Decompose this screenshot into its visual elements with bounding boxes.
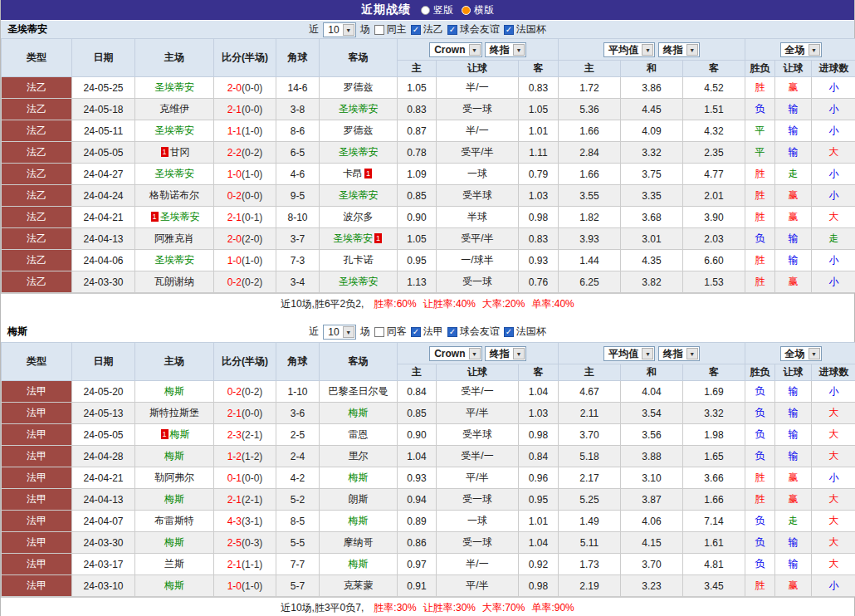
section-header: 梅斯 近 10▼ 场 同客 法甲 球会友谊 法国杯: [1, 320, 854, 342]
result-cell: 大: [812, 532, 855, 554]
odds-cell: 受半球: [437, 185, 519, 207]
match-row: 法甲24-04-28梅斯1-2(1-2)2-4里尔1.04受半/一0.845.1…: [2, 446, 855, 467]
corners-cell: 2-4: [276, 446, 320, 467]
final-odds-select[interactable]: 终指▼: [485, 42, 526, 57]
filter-checkbox-friendly[interactable]: 球会友谊: [447, 325, 500, 339]
avg-odds-cell: 4.09: [621, 120, 683, 142]
checkbox-icon[interactable]: [374, 25, 384, 35]
filter-checkbox-cup[interactable]: 法国杯: [504, 325, 546, 339]
red-card-icon: 1: [374, 233, 382, 243]
home-team-cell: 斯特拉斯堡: [135, 403, 214, 424]
home-team-cell: 圣埃蒂安: [135, 250, 214, 271]
result-cell: 平: [745, 120, 775, 142]
result-cell: 胜: [745, 489, 775, 511]
home-team-cell: 1甘冈: [135, 142, 214, 164]
view-radio-group: 竖版 横版: [421, 3, 494, 17]
league-cell: 法甲: [2, 467, 72, 489]
avg-odds-cell: 6.25: [559, 271, 621, 293]
avg-odds-cell: 3.68: [621, 207, 683, 228]
home-team-cell: 瓦朗谢纳: [135, 271, 214, 293]
avg-odds-cell: 4.81: [683, 554, 745, 575]
page-title: 近期战绩: [361, 2, 411, 17]
recent-count-select[interactable]: 10▼: [323, 325, 355, 340]
filter-checkbox-friendly[interactable]: 球会友谊: [447, 22, 500, 37]
result-cell: 输: [775, 142, 812, 164]
filter-checkbox-same-home[interactable]: 同主: [374, 22, 407, 37]
red-card-icon: 1: [161, 147, 169, 157]
checkbox-icon[interactable]: [504, 327, 514, 337]
team-label: 梅斯: [170, 428, 190, 440]
avg-odds-cell: 1.53: [683, 271, 745, 293]
radio-icon[interactable]: [421, 6, 430, 15]
team-label: 圣埃蒂安: [160, 211, 200, 222]
result-cell: 胜: [745, 77, 775, 99]
column-header-goals-result: 进球数: [812, 364, 855, 381]
avg-odds-cell: 1.65: [683, 446, 745, 467]
checkbox-icon[interactable]: [411, 25, 421, 35]
scope-select[interactable]: 全场▼: [780, 42, 822, 57]
final-odds-select[interactable]: 终指▼: [485, 346, 526, 361]
radio-horizontal-layout[interactable]: 横版: [462, 3, 494, 17]
avg-odds-cell: 4.15: [621, 532, 683, 554]
avg-odds-cell: 3.10: [621, 467, 683, 489]
checkbox-icon[interactable]: [374, 327, 384, 337]
odds-cell: 受半/一: [437, 446, 519, 467]
summary-record: 近10场,胜6平2负2,: [281, 298, 364, 310]
match-row: 法乙24-05-18克维伊2-1(0-0)3-8圣埃蒂安0.83受一球1.055…: [2, 99, 855, 120]
average-odds-select[interactable]: 平均值▼: [603, 42, 655, 57]
filter-checkbox-league[interactable]: 法甲: [411, 325, 443, 339]
team-label: 梅斯: [164, 493, 184, 505]
score-cell: 2-0(2-0): [214, 228, 276, 250]
final-odds-select[interactable]: 终指▼: [658, 346, 700, 361]
score-cell: 2-2(0-2): [214, 142, 276, 164]
checkbox-icon[interactable]: [504, 25, 514, 35]
section-header: 圣埃蒂安 近 10▼ 场 同主 法乙 球会友谊 法国杯: [1, 20, 854, 38]
win-rate: 胜率:60%: [374, 298, 416, 310]
column-header-result: 胜负: [745, 364, 775, 381]
odds-cell: 受平/半: [437, 228, 519, 250]
filter-checkbox-same-away[interactable]: 同客: [374, 325, 407, 339]
dropdown-arrow-icon: ▼: [809, 44, 820, 56]
odds-cell: 0.85: [398, 185, 437, 207]
result-cell: 输: [775, 424, 812, 446]
recent-count-select[interactable]: 10▼: [323, 22, 355, 37]
date-cell: 24-05-20: [72, 381, 135, 403]
avg-odds-cell: 3.54: [621, 403, 683, 424]
date-cell: 24-04-24: [72, 185, 135, 207]
corners-cell: 2-5: [276, 424, 320, 446]
corners-cell: 3-8: [276, 99, 320, 120]
filter-checkbox-league[interactable]: 法乙: [411, 22, 443, 37]
avg-odds-cell: 1.72: [559, 77, 621, 99]
dropdown-arrow-icon: ▼: [642, 348, 653, 359]
checkbox-icon[interactable]: [411, 327, 421, 337]
column-header-avg-home: 主: [559, 61, 621, 77]
odds-company-select[interactable]: Crown▼: [429, 42, 481, 57]
match-row: 法乙24-03-30瓦朗谢纳0-2(0-2)3-4圣埃蒂安1.13受一球0.76…: [2, 271, 855, 293]
result-cell: 负: [745, 228, 775, 250]
filter-checkbox-cup[interactable]: 法国杯: [504, 22, 546, 37]
home-team-cell: 1圣埃蒂安: [135, 207, 214, 228]
odds-cell: 0.83: [398, 99, 437, 120]
avg-odds-cell: 5.11: [559, 532, 621, 554]
avg-odds-cell: 2.11: [559, 403, 621, 424]
avg-odds-cell: 2.19: [559, 575, 621, 597]
checkbox-icon[interactable]: [447, 25, 457, 35]
avg-odds-cell: 2.17: [559, 467, 621, 489]
final-odds-select[interactable]: 终指▼: [658, 42, 700, 57]
average-odds-select[interactable]: 平均值▼: [603, 346, 655, 361]
away-team-cell: 罗德兹: [320, 77, 398, 99]
radio-icon[interactable]: [462, 6, 471, 15]
league-cell: 法甲: [2, 554, 72, 575]
odds-company-select[interactable]: Crown▼: [429, 346, 481, 361]
odds-select-group: Crown▼ 终指▼: [398, 39, 559, 61]
score-cell: 2-1(1-1): [214, 554, 276, 575]
dropdown-arrow-icon: ▼: [513, 348, 525, 359]
avg-odds-cell: 3.23: [621, 575, 683, 597]
odds-cell: 0.98: [519, 575, 559, 597]
scope-select[interactable]: 全场▼: [780, 346, 822, 361]
result-cell: 大: [812, 511, 855, 532]
result-cell: 赢: [775, 489, 812, 511]
column-header-handicap-result: 让球: [775, 61, 812, 77]
radio-vertical-layout[interactable]: 竖版: [421, 3, 453, 17]
checkbox-icon[interactable]: [447, 327, 457, 337]
